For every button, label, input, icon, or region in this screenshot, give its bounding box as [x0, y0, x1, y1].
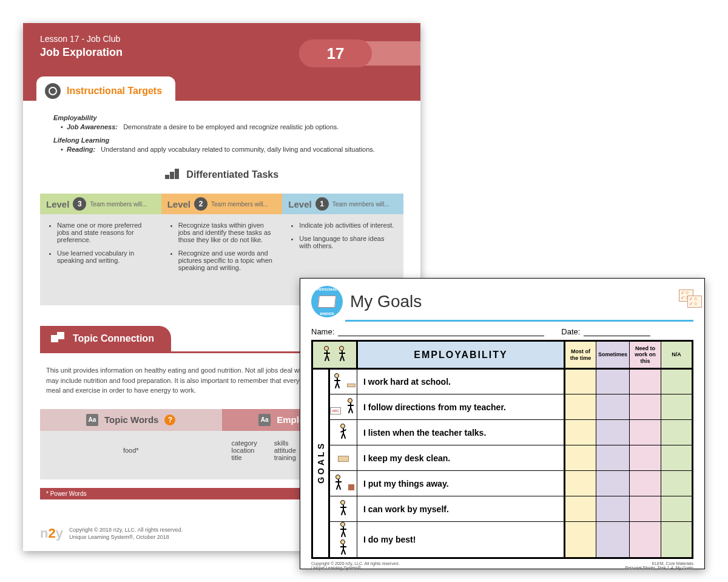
rating-cell[interactable] [564, 420, 596, 445]
rating-cell[interactable] [596, 369, 629, 394]
topic-words-head: Aa Topic Words ? [40, 409, 222, 431]
rating-cell[interactable] [630, 420, 661, 445]
rating-cell[interactable] [661, 420, 693, 445]
level-head: Level 1 Team members will... [282, 194, 403, 214]
name-input-line[interactable] [338, 327, 544, 336]
lesson-number-pill: 17 [299, 41, 420, 66]
differentiated-heading: Differentiated Tasks [23, 169, 420, 181]
level-number: 2 [194, 197, 207, 211]
rating-cell[interactable] [661, 445, 693, 471]
date-input-line[interactable] [584, 327, 650, 336]
topic-connection-tab: Topic Connection [40, 326, 171, 351]
header-employability: EMPLOYABILITY [357, 341, 565, 369]
rating-cell[interactable] [596, 496, 629, 522]
binder-icon [318, 296, 336, 308]
footer-product: Unique Learning System®, October 2018 [69, 534, 183, 541]
target-icon [45, 83, 61, 99]
date-label: Date: [561, 327, 580, 336]
rating-cell[interactable] [564, 471, 596, 496]
target-category-2: Lifelong Learning [53, 137, 397, 144]
goal-text: I listen when the teacher talks. [357, 420, 565, 445]
diff-heading-text: Differentiated Tasks [186, 169, 278, 180]
date-field: Date: [561, 327, 650, 336]
worksheet-title: My Goals [350, 292, 422, 311]
level-head: Level 3 Team members will... [40, 194, 161, 214]
word-item: attitude [274, 447, 296, 454]
bullet-label: Job Awareness: [67, 123, 118, 130]
table-row: I keep my desk clean. [312, 445, 693, 471]
n2y-logo: n2y [40, 525, 63, 543]
level-name: Level [167, 199, 190, 209]
topic-word: food* [123, 447, 139, 454]
row-icon [329, 522, 357, 558]
row-icon [329, 445, 357, 471]
level-item: Use language to share ideas with others. [299, 235, 395, 249]
rating-cell[interactable] [630, 471, 661, 496]
lesson-number: 17 [299, 39, 372, 67]
rating-cell[interactable] [596, 445, 629, 471]
topic-words-col: Aa Topic Words ? food* [40, 409, 222, 479]
steps-icon [165, 169, 179, 181]
footer-copyright: Copyright © 2020 n2y, LLC. All rights re… [311, 561, 400, 566]
rating-cell[interactable] [630, 496, 661, 522]
tab-instructional-targets: Instructional Targets [36, 76, 175, 101]
bullet-label: Reading: [67, 146, 95, 153]
goal-text: I work hard at school. [357, 369, 565, 394]
goal-text: I do my best! [357, 522, 565, 558]
checklist-icon: ✓☆✓☆ ✓☆✓☆ [679, 289, 693, 302]
rating-cell[interactable] [564, 496, 596, 522]
word-item: skills [274, 439, 296, 447]
footer-task: Personal Binder, Task 1.4, My Goals [625, 566, 693, 570]
footer-product: Unique Learning System® [311, 566, 400, 570]
worksheet-footer: Copyright © 2020 n2y, LLC. All rights re… [311, 561, 693, 570]
level-hint: Team members will... [332, 201, 389, 208]
level-item: Recognize tasks within given jobs and id… [178, 222, 274, 243]
rating-cell[interactable] [661, 394, 693, 420]
rating-cell[interactable] [596, 522, 629, 558]
rating-cell[interactable] [630, 369, 661, 394]
topic-words-body: food* [40, 431, 222, 479]
level-hint: Team members will... [211, 201, 268, 208]
col-na: N/A [661, 341, 693, 369]
header-people-icon [312, 341, 357, 369]
rating-cell[interactable] [630, 445, 661, 471]
name-label: Name: [311, 327, 334, 336]
row-icon [329, 496, 357, 522]
level-3: Level 3 Team members will... Name one or… [40, 194, 161, 305]
tab-label: Instructional Targets [67, 86, 162, 96]
table-row: I listen when the teacher talks. [312, 420, 693, 445]
name-field: Name: [311, 327, 544, 336]
word-item: title [232, 454, 257, 461]
rating-cell[interactable] [564, 369, 596, 394]
dictionary-icon: Aa [86, 414, 98, 426]
dictionary-icon: Aa [258, 414, 271, 426]
rating-cell[interactable] [596, 471, 629, 496]
goal-text: I keep my desk clean. [357, 445, 565, 471]
rating-cell[interactable] [596, 394, 629, 420]
topic-words-label: Topic Words [104, 415, 158, 425]
word-item: training [274, 454, 296, 461]
person-icon [336, 346, 348, 362]
table-row: I do my best! [312, 522, 693, 558]
rating-cell[interactable] [661, 522, 693, 558]
level-item: Name one or more preferred jobs and stat… [57, 222, 153, 243]
row-icon: ABC [329, 394, 357, 420]
title-underline [345, 320, 693, 322]
row-icon [329, 420, 357, 445]
rating-cell[interactable] [630, 522, 661, 558]
personal-binder-badge: PERSONAL BINDER [311, 286, 343, 317]
rating-cell[interactable] [661, 471, 693, 496]
rating-cell[interactable] [596, 420, 629, 445]
rating-cell[interactable] [630, 394, 661, 420]
rating-cell[interactable] [564, 445, 596, 471]
footer-category: ELEM, Core Materials [625, 561, 693, 566]
rating-cell[interactable] [661, 496, 693, 522]
rating-cell[interactable] [564, 394, 596, 420]
rating-cell[interactable] [564, 522, 596, 558]
lesson-header: Lesson 17 - Job Club Job Exploration 17 [23, 23, 420, 76]
table-row: I can work by myself. [312, 496, 693, 522]
rating-cell[interactable] [661, 369, 693, 394]
bullet-text: Demonstrate a desire to be employed and … [123, 123, 339, 130]
badge-text-bottom: BINDER [320, 312, 334, 316]
goal-text: I can work by myself. [357, 496, 565, 522]
